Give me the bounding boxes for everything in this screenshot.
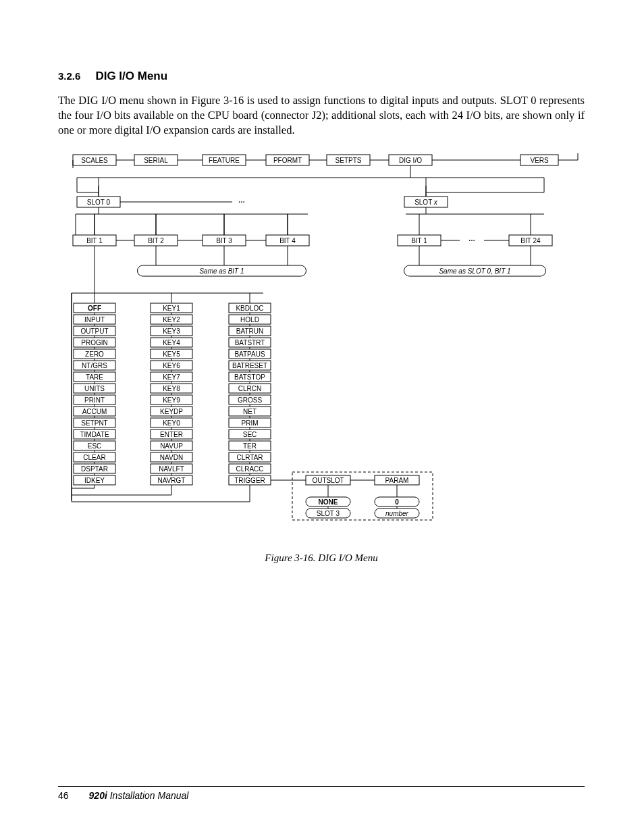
svg-text:SLOT x: SLOT x <box>414 198 438 205</box>
svg-text:PRIM: PRIM <box>242 419 259 426</box>
body-paragraph: The DIG I/O menu shown in Figure 3-16 is… <box>58 93 585 138</box>
svg-text:OUTSLOT: OUTSLOT <box>312 476 344 484</box>
svg-text:TIMDATE: TIMDATE <box>80 430 109 438</box>
svg-text:IDKEY: IDKEY <box>84 476 105 484</box>
svg-text:BIT 1: BIT 1 <box>86 236 103 244</box>
svg-text:KEY2: KEY2 <box>163 315 180 323</box>
svg-text:PARAM: PARAM <box>385 476 409 484</box>
footer-title: 920i Installation Manual <box>89 791 189 800</box>
svg-text:BIT 24: BIT 24 <box>520 236 541 244</box>
svg-text:OFF: OFF <box>88 304 101 311</box>
svg-text:BIT 2: BIT 2 <box>148 236 164 244</box>
svg-text:CLRACC: CLRACC <box>236 465 263 472</box>
svg-text:DSPTAR: DSPTAR <box>81 465 108 472</box>
svg-text:NAVDN: NAVDN <box>160 453 183 461</box>
svg-text:Same as BIT 1: Same as BIT 1 <box>199 267 244 274</box>
svg-text:BIT 4: BIT 4 <box>279 236 296 244</box>
svg-text:KEY0: KEY0 <box>163 419 180 426</box>
svg-text:PROGIN: PROGIN <box>81 338 107 346</box>
svg-text:SERIAL: SERIAL <box>144 156 168 163</box>
svg-text:BIT 1: BIT 1 <box>411 236 427 244</box>
svg-text:KEY9: KEY9 <box>163 396 180 403</box>
dig-io-menu-diagram: SCALESSERIALFEATUREPFORMTSETPTSDIG I/OVE… <box>58 149 585 544</box>
svg-text:NAVLFT: NAVLFT <box>159 465 184 472</box>
footer-page-number: 46 <box>58 791 69 800</box>
svg-text:KBDLOC: KBDLOC <box>236 304 263 311</box>
svg-text:SLOT 3: SLOT 3 <box>317 509 340 517</box>
svg-text:FEATURE: FEATURE <box>209 156 240 163</box>
svg-text:BATSTOP: BATSTOP <box>234 373 265 380</box>
svg-text:SETPNT: SETPNT <box>81 419 107 426</box>
svg-text:CLEAR: CLEAR <box>83 453 105 461</box>
svg-text:…: … <box>468 234 475 242</box>
svg-text:HOLD: HOLD <box>240 315 259 323</box>
svg-text:BATRUN: BATRUN <box>236 327 263 334</box>
svg-text:KEY3: KEY3 <box>163 327 180 334</box>
svg-text:…: … <box>238 196 245 203</box>
svg-text:SETPTS: SETPTS <box>336 156 362 163</box>
svg-text:TRIGGER: TRIGGER <box>234 476 265 484</box>
svg-text:BATSTRT: BATSTRT <box>235 338 265 346</box>
svg-text:PRINT: PRINT <box>84 396 105 403</box>
section-number: 3.2.6 <box>58 71 80 81</box>
svg-text:KEY1: KEY1 <box>163 304 180 311</box>
svg-text:NAVUP: NAVUP <box>160 442 183 449</box>
svg-text:KEY6: KEY6 <box>163 361 180 369</box>
svg-text:BIT 3: BIT 3 <box>216 236 232 244</box>
svg-text:ACCUM: ACCUM <box>82 407 107 415</box>
svg-text:NAVRGT: NAVRGT <box>158 476 186 484</box>
svg-text:TER: TER <box>243 442 257 449</box>
svg-text:TARE: TARE <box>86 373 103 380</box>
svg-text:KEY8: KEY8 <box>163 384 180 392</box>
section-heading: 3.2.6 DIG I/O Menu <box>58 70 585 82</box>
svg-text:KEY5: KEY5 <box>163 350 180 357</box>
svg-text:ZERO: ZERO <box>85 350 104 357</box>
svg-text:CLRTAR: CLRTAR <box>236 453 263 461</box>
svg-text:ENTER: ENTER <box>160 430 183 438</box>
svg-text:BATRESET: BATRESET <box>232 361 267 369</box>
svg-text:BATPAUS: BATPAUS <box>234 350 265 357</box>
figure-caption: Figure 3-16. DIG I/O Menu <box>58 553 585 563</box>
svg-text:ESC: ESC <box>88 442 102 449</box>
section-title: DIG I/O Menu <box>95 70 167 82</box>
svg-text:SEC: SEC <box>243 430 257 438</box>
svg-text:SCALES: SCALES <box>81 156 108 163</box>
page-footer: 46 920i Installation Manual <box>58 786 585 800</box>
svg-text:UNITS: UNITS <box>84 384 105 392</box>
svg-text:NET: NET <box>243 407 257 415</box>
svg-text:VERS: VERS <box>530 156 549 163</box>
svg-text:OUTPUT: OUTPUT <box>80 327 108 334</box>
svg-text:KEYDP: KEYDP <box>160 407 183 415</box>
svg-text:PFORMT: PFORMT <box>273 156 302 163</box>
svg-text:DIG I/O: DIG I/O <box>399 156 422 163</box>
svg-text:NONE: NONE <box>319 498 338 505</box>
svg-text:0: 0 <box>395 498 399 505</box>
svg-text:Same as SLOT 0, BIT 1: Same as SLOT 0, BIT 1 <box>439 267 510 274</box>
svg-text:KEY4: KEY4 <box>163 338 180 346</box>
svg-text:NT/GRS: NT/GRS <box>82 361 107 369</box>
svg-text:number: number <box>385 509 409 517</box>
svg-text:CLRCN: CLRCN <box>238 384 261 392</box>
svg-text:GROSS: GROSS <box>238 396 262 403</box>
svg-text:INPUT: INPUT <box>84 315 105 323</box>
svg-text:KEY7: KEY7 <box>163 373 180 380</box>
svg-text:SLOT 0: SLOT 0 <box>87 198 111 205</box>
